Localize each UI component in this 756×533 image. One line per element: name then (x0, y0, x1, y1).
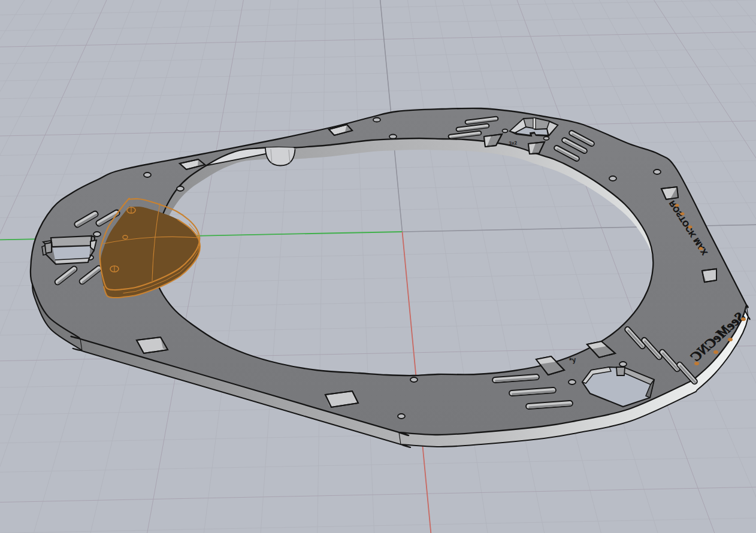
svg-text:3x2: 3x2 (509, 140, 517, 146)
